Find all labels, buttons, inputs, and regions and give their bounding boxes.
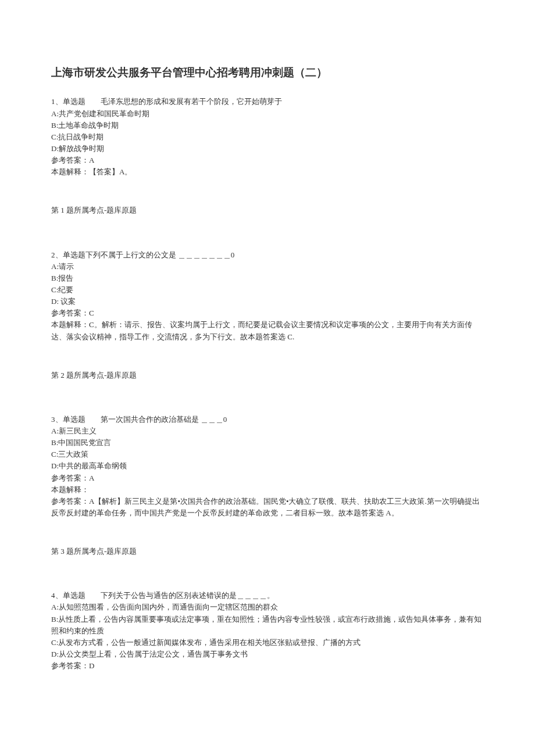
document-page: 上海市研发公共服务平台管理中心招考聘用冲刺题（二） 1、单选题 毛泽东思想的形成…: [0, 0, 535, 715]
question-1: 1、单选题 毛泽东思想的形成和发展有若干个阶段，它开始萌芽于 A:共产党创建和国…: [51, 96, 484, 178]
option-d: D:从公文类型上看，公告属于法定公文，通告属于事务文书: [51, 648, 484, 660]
question-2: 2、单选题下列不属于上行文的公文是 ＿＿＿＿＿＿＿0 A:请示 B:报告 C:纪…: [51, 249, 484, 343]
explain-line: 本题解释： 参考答案：A【解析】新三民主义是第•次国共合作的政治基础。国民党•大…: [51, 484, 484, 519]
option-d: D:中共的最高革命纲领: [51, 460, 484, 472]
explain-line: 本题解释：【答案】A。: [51, 166, 484, 178]
option-b: B:土地革命战争时期: [51, 120, 484, 131]
tag-text: 第 1 题所属考点-题库原题: [51, 205, 484, 216]
question-tag-1: 第 1 题所属考点-题库原题: [51, 205, 484, 216]
explain-line: 本题解释：C。解析：请示、报告、议案均属于上行文，而纪要是记载会议主要情况和议定…: [51, 319, 484, 342]
answer-line: 参考答案：A: [51, 472, 484, 484]
question-3: 3、单选题 第一次国共合作的政治基础是 ＿＿＿0 A:新三民主义 B:中国国民党…: [51, 414, 484, 519]
answer-line: 参考答案：A: [51, 155, 484, 166]
question-stem: 4、单选题 下列关于公告与通告的区别表述错误的是＿＿＿＿。: [51, 590, 484, 601]
document-title: 上海市研发公共服务平台管理中心招考聘用冲刺题（二）: [51, 64, 484, 81]
question-stem: 2、单选题下列不属于上行文的公文是 ＿＿＿＿＿＿＿0: [51, 249, 484, 261]
option-c: C:抗日战争时期: [51, 131, 484, 143]
option-b: B:报告: [51, 273, 484, 284]
option-a: A:共产党创建和国民革命时期: [51, 108, 484, 120]
option-c: C:三大政策: [51, 449, 484, 460]
answer-line: 参考答案：D: [51, 660, 484, 672]
question-stem: 3、单选题 第一次国共合作的政治基础是 ＿＿＿0: [51, 414, 484, 425]
question-4: 4、单选题 下列关于公告与通告的区别表述错误的是＿＿＿＿。 A:从知照范围看，公…: [51, 590, 484, 672]
option-a: A:从知照范围看，公告面向国内外，而通告面向一定辖区范围的群众: [51, 601, 484, 613]
question-tag-3: 第 3 题所属考点-题库原题: [51, 546, 484, 557]
tag-text: 第 2 题所属考点-题库原题: [51, 370, 484, 381]
option-a: A:请示: [51, 261, 484, 273]
option-b: B:中国国民党宣言: [51, 437, 484, 449]
option-a: A:新三民主义: [51, 425, 484, 437]
option-b: B:从性质上看，公告内容属重要事项或法定事项，重在知照性；通告内容专业性较强，或…: [51, 614, 484, 637]
option-d: D: 议案: [51, 296, 484, 307]
question-tag-2: 第 2 题所属考点-题库原题: [51, 370, 484, 381]
option-c: C:从发布方式看，公告一般通过新闻媒体发布，通告采用在相关地区张贴或登报、广播的…: [51, 637, 484, 648]
option-c: C:纪要: [51, 284, 484, 296]
answer-line: 参考答案：C: [51, 307, 484, 319]
question-stem: 1、单选题 毛泽东思想的形成和发展有若干个阶段，它开始萌芽于: [51, 96, 484, 108]
tag-text: 第 3 题所属考点-题库原题: [51, 546, 484, 557]
option-d: D:解放战争时期: [51, 143, 484, 155]
